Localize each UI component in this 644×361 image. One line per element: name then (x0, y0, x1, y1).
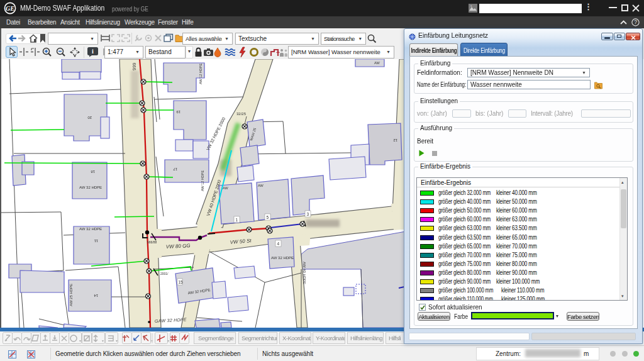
svg-text:1: 1 (236, 218, 238, 222)
svg-text:32/25: 32/25 (236, 112, 247, 116)
svg-text:5: 5 (267, 215, 269, 219)
svg-text:AW 40 HDPE: AW 40 HDPE (303, 262, 306, 284)
svg-text:?: ? (634, 19, 637, 25)
svg-text:15: 15 (179, 280, 184, 284)
svg-text:AW: AW (258, 184, 264, 187)
svg-text:20: 20 (87, 116, 92, 119)
svg-text:18: 18 (91, 170, 95, 174)
svg-text:12: 12 (393, 138, 397, 142)
svg-text:19: 19 (176, 110, 180, 114)
svg-text:▾: ▾ (102, 339, 104, 343)
svg-text:14: 14 (94, 294, 98, 297)
svg-text:AW 32 HDPE: AW 32 HDPE (79, 227, 102, 231)
svg-text:AW 12 HDPE: AW 12 HDPE (201, 170, 204, 191)
svg-text:AW 12 HDPE: AW 12 HDPE (199, 64, 203, 84)
svg-text:AW: AW (374, 61, 380, 65)
svg-text:17: 17 (173, 167, 177, 171)
svg-text:i: i (92, 48, 94, 55)
svg-text:▾: ▾ (116, 339, 118, 343)
svg-text:GE: GE (6, 5, 14, 12)
svg-text:▾: ▾ (167, 339, 169, 343)
svg-text:3: 3 (307, 212, 309, 216)
svg-text:AW: AW (223, 186, 228, 190)
svg-text:666/88: 666/88 (147, 240, 157, 244)
svg-text:999: 999 (131, 62, 137, 70)
svg-text:4: 4 (277, 242, 280, 246)
svg-text:▾: ▾ (79, 339, 81, 343)
svg-text:11: 11 (94, 239, 98, 243)
svg-text:AW 25 HDPE: AW 25 HDPE (69, 284, 73, 306)
svg-text:AW 32 HDPE: AW 32 HDPE (271, 256, 294, 260)
svg-text:AW 32 HDPE: AW 32 HDPE (79, 186, 102, 189)
svg-text:2001/: 2001/ (160, 272, 169, 275)
